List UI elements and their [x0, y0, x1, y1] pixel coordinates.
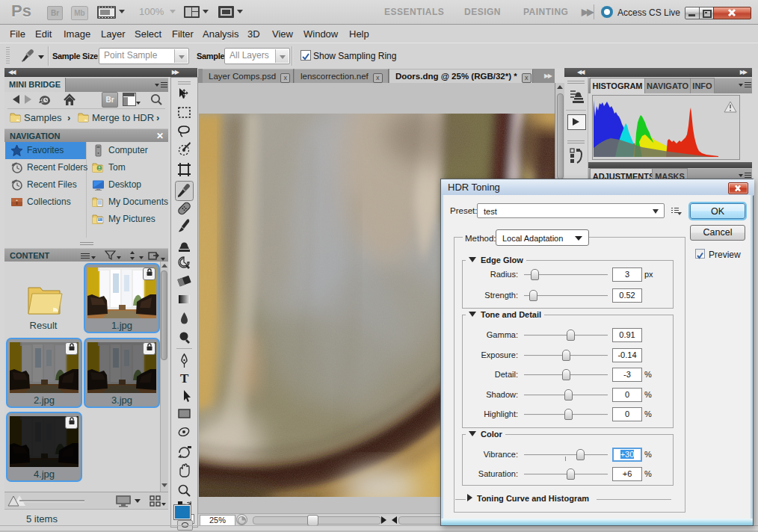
svg-text:T: T [180, 371, 189, 386]
